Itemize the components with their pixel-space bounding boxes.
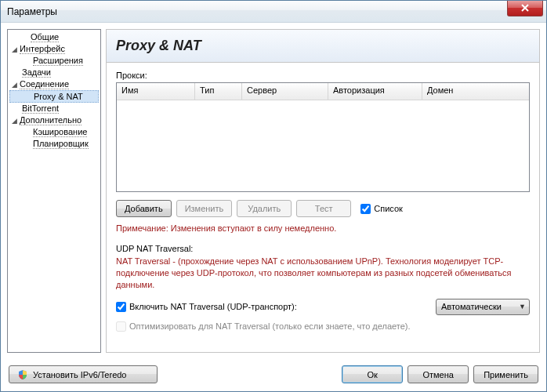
content-panel: Proxy & NAT Прокси: Имя Тип Сервер Автор… (106, 29, 540, 353)
col-type[interactable]: Тип (195, 83, 242, 100)
content-body: Прокси: Имя Тип Сервер Авторизация Домен… (107, 63, 539, 352)
tree-item-interface[interactable]: ◢Интерфейс (8, 43, 100, 55)
expand-icon[interactable]: ◢ (11, 45, 18, 53)
dialog-footer: Установить IPv6/Teredo Ок Отмена Примени… (1, 359, 546, 391)
udp-section: UDP NAT Traversal: NAT Traversal - (прох… (116, 244, 530, 332)
tree-item-scheduler[interactable]: Планировщик (8, 138, 100, 150)
udp-description: NAT Traversal - (прохождение через NAT с… (116, 256, 530, 291)
enable-nat-checkbox[interactable] (116, 302, 126, 312)
optimize-row: Оптимизировать для NAT Traversal (только… (116, 321, 530, 332)
proxy-button-row: Добавить Изменить Удалить Тест Список (116, 200, 530, 217)
tree-item-tasks[interactable]: Задачи (8, 67, 100, 78)
edit-button: Изменить (176, 200, 233, 217)
titlebar[interactable]: Параметры (1, 1, 546, 23)
col-auth[interactable]: Авторизация (328, 83, 422, 100)
expand-icon[interactable]: ◢ (11, 117, 18, 125)
nat-mode-select[interactable]: Автоматически ▼ (436, 299, 530, 315)
chevron-down-icon: ▼ (519, 303, 526, 310)
table-header: Имя Тип Сервер Авторизация Домен (117, 83, 529, 100)
install-ipv6-button[interactable]: Установить IPv6/Teredo (9, 365, 158, 383)
window-title: Параметры (7, 6, 57, 17)
tree-item-bittorrent[interactable]: BitTorrent (8, 103, 100, 114)
enable-nat-label[interactable]: Включить NAT Traversal (UDP-транспорт): (116, 302, 297, 312)
ok-button[interactable]: Ок (342, 365, 403, 383)
udp-label: UDP NAT Traversal: (116, 244, 530, 253)
expand-icon[interactable]: ◢ (11, 81, 18, 89)
col-domain[interactable]: Домен (422, 83, 529, 100)
note-text: Примечание: Изменения вступают в силу не… (116, 223, 530, 233)
shield-icon (17, 369, 28, 380)
proxy-label: Прокси: (116, 71, 530, 80)
add-button[interactable]: Добавить (116, 200, 172, 217)
list-checkbox-label[interactable]: Список (360, 204, 403, 214)
tree-item-general[interactable]: Общие (8, 31, 100, 43)
page-title: Proxy & NAT (116, 38, 530, 54)
tree-item-proxy-nat[interactable]: Proxy & NAT (9, 90, 99, 103)
col-server[interactable]: Сервер (242, 83, 328, 100)
nav-tree[interactable]: Общие ◢Интерфейс Расширения Задачи ◢Соед… (7, 29, 101, 353)
settings-window: Параметры Общие ◢Интерфейс Расширения За… (0, 0, 547, 392)
test-button: Тест (296, 200, 351, 217)
tree-item-additional[interactable]: ◢Дополнительно (8, 114, 100, 126)
close-button[interactable] (507, 1, 543, 16)
tree-item-connection[interactable]: ◢Соединение (8, 78, 100, 90)
apply-button[interactable]: Применить (473, 365, 538, 383)
close-icon (520, 4, 530, 13)
tree-item-caching[interactable]: Кэширование (8, 126, 100, 138)
col-name[interactable]: Имя (117, 83, 195, 100)
content-header: Proxy & NAT (107, 30, 539, 63)
list-checkbox[interactable] (360, 204, 371, 214)
dialog-body: Общие ◢Интерфейс Расширения Задачи ◢Соед… (1, 23, 546, 359)
udp-enable-row: Включить NAT Traversal (UDP-транспорт): … (116, 299, 530, 315)
optimize-checkbox (116, 321, 126, 332)
optimize-label: Оптимизировать для NAT Traversal (только… (129, 321, 411, 331)
tree-item-extensions[interactable]: Расширения (8, 55, 100, 67)
proxy-table[interactable]: Имя Тип Сервер Авторизация Домен (116, 82, 530, 192)
cancel-button[interactable]: Отмена (408, 365, 469, 383)
delete-button: Удалить (237, 200, 292, 217)
